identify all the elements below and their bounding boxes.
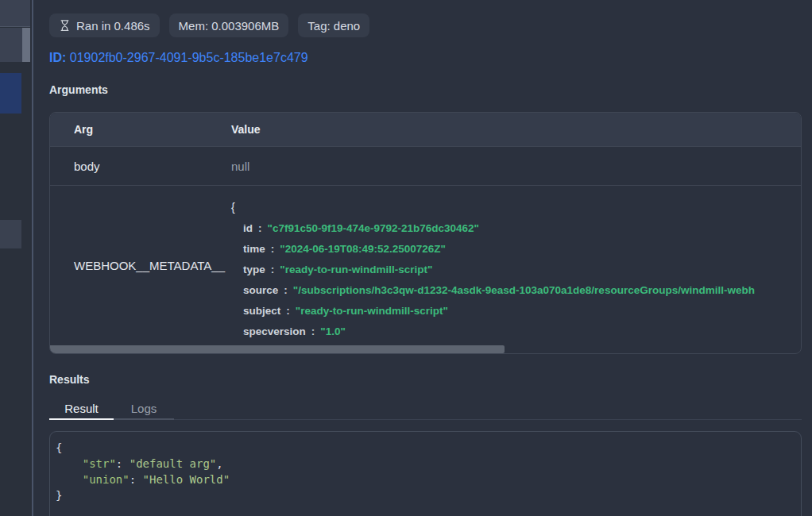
json-entry: time:"2024-06-19T08:49:52.2500726Z" bbox=[231, 239, 801, 260]
job-run-detail: Ran in 0.486s Mem: 0.003906MB Tag: deno … bbox=[35, 0, 812, 516]
arguments-table-header: Arg Value bbox=[50, 113, 801, 147]
run-id-line: ID: 01902fb0-2967-4091-9b5c-185be1e7c479 bbox=[49, 50, 802, 66]
result-close-brace: } bbox=[56, 487, 795, 503]
tab-logs[interactable]: Logs bbox=[114, 398, 174, 420]
memory-badge: Mem: 0.003906MB bbox=[169, 13, 289, 37]
result-entry: "union": "Hello World" bbox=[56, 472, 795, 487]
hourglass-icon bbox=[59, 19, 71, 32]
run-id-link[interactable]: 01902fb0-2967-4091-9b5c-185be1e7c479 bbox=[70, 51, 308, 64]
arg-column-header: Arg bbox=[50, 123, 222, 136]
arg-name: WEBHOOK__METADATA__ bbox=[50, 259, 222, 272]
arguments-table: Arg Value body null WEBHOOK__METADATA__ … bbox=[49, 112, 802, 354]
result-open-brace: { bbox=[56, 440, 795, 456]
sidebar-scrollbar-thumb[interactable] bbox=[22, 28, 30, 62]
sidebar-list-item bbox=[0, 0, 30, 27]
result-json-block: { "str": "default arg", "union": "Hello … bbox=[49, 431, 802, 516]
arguments-heading: Arguments bbox=[49, 83, 802, 96]
result-entry: "str": "default arg", bbox=[56, 456, 795, 472]
json-entry: id:"c7f91c50-9f19-474e-9792-21b76dc30462… bbox=[231, 218, 801, 239]
tag-label: Tag: deno bbox=[307, 19, 360, 33]
memory-label: Mem: 0.003906MB bbox=[179, 19, 280, 33]
results-heading: Results bbox=[49, 373, 802, 386]
arg-name: body bbox=[50, 160, 222, 173]
table-row-body: body null bbox=[50, 147, 801, 186]
json-entry: type:"ready-to-run-windmill-script" bbox=[231, 260, 801, 280]
json-entry: specversion:"1.0" bbox=[231, 322, 801, 342]
value-column-header: Value bbox=[222, 123, 801, 136]
sidebar bbox=[0, 0, 33, 516]
table-horizontal-scrollbar[interactable] bbox=[50, 345, 801, 353]
json-open-brace: { bbox=[231, 197, 801, 218]
metadata-json-viewer: { id:"c7f91c50-9f19-474e-9792-21b76dc304… bbox=[222, 186, 801, 345]
sidebar-selected-item[interactable] bbox=[0, 73, 21, 114]
tab-result[interactable]: Result bbox=[49, 398, 114, 420]
json-entry: source:"/subscriptions/h3c3qw-d1232-4asd… bbox=[231, 280, 801, 301]
arg-value: null bbox=[222, 160, 801, 173]
duration-label: Ran in 0.486s bbox=[76, 19, 150, 33]
run-id-label: ID: bbox=[49, 51, 66, 64]
results-tab-bar: Result Logs bbox=[49, 398, 802, 420]
run-stats-row: Ran in 0.486s Mem: 0.003906MB Tag: deno bbox=[49, 13, 802, 37]
json-entry: subject:"ready-to-run-windmill-script" bbox=[231, 301, 801, 322]
sidebar-list-item bbox=[0, 220, 21, 248]
duration-badge: Ran in 0.486s bbox=[49, 13, 160, 37]
scrollbar-thumb[interactable] bbox=[50, 345, 505, 353]
tag-badge: Tag: deno bbox=[298, 13, 369, 37]
sidebar-list-item bbox=[0, 28, 22, 62]
table-row-metadata: WEBHOOK__METADATA__ { id:"c7f91c50-9f19-… bbox=[50, 186, 801, 345]
